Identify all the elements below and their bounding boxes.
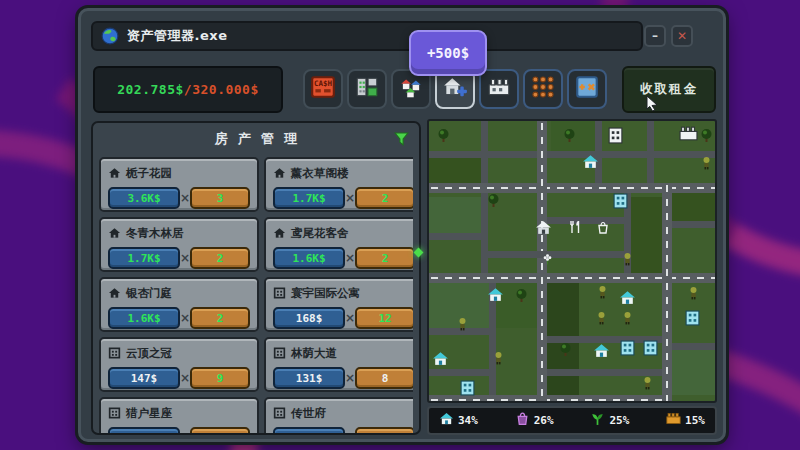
collect-rent-button[interactable]: 收取租金 bbox=[622, 66, 716, 113]
multiply-sign: × bbox=[180, 431, 190, 433]
price-button[interactable]: 1.7K$ bbox=[273, 187, 345, 209]
zone-stats-bar: 34%26%25%15% bbox=[427, 406, 717, 435]
price-button[interactable]: 168$ bbox=[273, 307, 345, 329]
property-name: 云顶之冠 bbox=[126, 346, 172, 361]
quantity-button[interactable]: 3 bbox=[190, 187, 250, 209]
zone-stat: 25% bbox=[590, 411, 629, 430]
property-card[interactable]: 传世府104$×6 bbox=[264, 397, 413, 433]
quantity-button[interactable]: 6 bbox=[190, 427, 250, 433]
property-card-list: 栀子花园3.6K$×3薰衣草阁楼1.7K$×2冬青木林居1.7K$×2鸢尾花客舍… bbox=[99, 157, 413, 433]
title-bar[interactable]: 资产管理器.exe bbox=[91, 21, 643, 51]
minimize-button[interactable]: – bbox=[644, 25, 666, 47]
map-tree-icon bbox=[555, 339, 575, 359]
building-icon bbox=[273, 344, 286, 363]
map-road bbox=[662, 183, 672, 403]
property-card[interactable]: 云顶之冠147$×9 bbox=[99, 337, 259, 392]
map-villager-icon bbox=[488, 348, 508, 368]
property-name-row: 薰衣草阁楼 bbox=[273, 164, 413, 183]
building-icon bbox=[108, 344, 121, 363]
property-card[interactable]: 林荫大道131$×8 bbox=[264, 337, 413, 392]
property-name: 银杏门庭 bbox=[126, 286, 172, 301]
property-buttons-row: 3.6K$×3 bbox=[108, 187, 250, 209]
quantity-button[interactable]: 2 bbox=[190, 247, 250, 269]
toolbar-supply-grid-button[interactable] bbox=[523, 69, 563, 109]
price-button[interactable]: 147$ bbox=[108, 367, 180, 389]
toolbar-city-buildings-button[interactable] bbox=[347, 69, 387, 109]
map-villager-icon bbox=[592, 282, 612, 302]
property-card[interactable]: 冬青木林居1.7K$×2 bbox=[99, 217, 259, 272]
toolbar-cash-register-button[interactable]: CA$H bbox=[303, 69, 343, 109]
property-card[interactable]: 鸢尾花客舍1.6K$×2 bbox=[264, 217, 413, 272]
quantity-button[interactable]: 6 bbox=[355, 427, 413, 433]
map-parcel bbox=[429, 155, 481, 183]
map-road bbox=[547, 151, 717, 158]
window-title: 资产管理器.exe bbox=[127, 27, 227, 45]
city-map[interactable] bbox=[427, 119, 717, 403]
price-button[interactable]: 1.7K$ bbox=[108, 247, 180, 269]
zone-stat-value: 25% bbox=[609, 414, 629, 427]
quantity-button[interactable]: 8 bbox=[355, 367, 413, 389]
multiply-sign: × bbox=[345, 431, 355, 433]
property-card[interactable]: 栀子花园3.6K$×3 bbox=[99, 157, 259, 212]
building-icon bbox=[108, 404, 121, 423]
map-building-white-icon bbox=[605, 125, 625, 145]
property-name-row: 栀子花园 bbox=[108, 164, 250, 183]
zone-stat: 15% bbox=[666, 411, 705, 430]
add-house-icon bbox=[442, 74, 468, 104]
property-name-row: 冬青木林居 bbox=[108, 224, 250, 243]
quantity-button[interactable]: 2 bbox=[190, 307, 250, 329]
filter-button[interactable] bbox=[391, 129, 411, 149]
map-house-white-icon bbox=[533, 217, 553, 237]
price-button[interactable]: 130$ bbox=[108, 427, 180, 433]
game-screen: { "window": { "title": "资产管理器.exe" }, "t… bbox=[0, 0, 800, 450]
property-card[interactable]: 猎户星座130$×6 bbox=[99, 397, 259, 433]
zone-stat-value: 34% bbox=[458, 414, 478, 427]
toolbar-trade-sell-button[interactable] bbox=[567, 69, 607, 109]
quantity-button[interactable]: 2 bbox=[355, 247, 413, 269]
price-button[interactable]: 131$ bbox=[273, 367, 345, 389]
price-button[interactable]: 1.6K$ bbox=[273, 247, 345, 269]
multiply-sign: × bbox=[345, 191, 355, 205]
map-factory-icon bbox=[678, 123, 698, 143]
property-name-row: 寰宇国际公寓 bbox=[273, 284, 413, 303]
property-name-row: 云顶之冠 bbox=[108, 344, 250, 363]
map-house-teal-icon bbox=[591, 340, 611, 360]
price-button[interactable]: 104$ bbox=[273, 427, 345, 433]
price-button[interactable]: 1.6K$ bbox=[108, 307, 180, 329]
multiply-sign: × bbox=[345, 371, 355, 385]
property-card[interactable]: 寰宇国际公寓168$×12 bbox=[264, 277, 413, 332]
map-road bbox=[672, 343, 717, 350]
map-parcel bbox=[429, 197, 481, 233]
map-parcel bbox=[672, 350, 717, 395]
property-card[interactable]: 薰衣草阁楼1.7K$×2 bbox=[264, 157, 413, 212]
map-tree-icon bbox=[511, 285, 531, 305]
property-buttons-row: 1.6K$×2 bbox=[273, 247, 413, 269]
close-button[interactable]: ✕ bbox=[671, 25, 693, 47]
toolbar-factory-button[interactable] bbox=[479, 69, 519, 109]
property-buttons-row: 147$×9 bbox=[108, 367, 250, 389]
map-house-teal-icon bbox=[580, 151, 600, 171]
quantity-button[interactable]: 2 bbox=[355, 187, 413, 209]
property-card[interactable]: 银杏门庭1.6K$×2 bbox=[99, 277, 259, 332]
map-tree-icon bbox=[433, 125, 453, 145]
map-road bbox=[429, 273, 717, 283]
property-buttons-row: 1.7K$×2 bbox=[108, 247, 250, 269]
house-icon bbox=[108, 284, 121, 303]
quantity-button[interactable]: 12 bbox=[355, 307, 413, 329]
property-buttons-row: 168$×12 bbox=[273, 307, 413, 329]
map-villager-icon bbox=[617, 249, 637, 269]
price-button[interactable]: 3.6K$ bbox=[108, 187, 180, 209]
property-name-row: 猎户星座 bbox=[108, 404, 250, 423]
map-road bbox=[429, 151, 537, 158]
property-name-row: 林荫大道 bbox=[273, 344, 413, 363]
multiply-sign: × bbox=[180, 191, 190, 205]
map-tree-icon bbox=[483, 190, 503, 210]
quantity-button[interactable]: 9 bbox=[190, 367, 250, 389]
property-name: 冬青木林居 bbox=[126, 226, 184, 241]
map-road bbox=[429, 233, 481, 240]
property-buttons-row: 130$×6 bbox=[108, 427, 250, 433]
plant-icon bbox=[590, 411, 605, 430]
trade-sell-icon bbox=[574, 74, 600, 104]
map-tree-icon bbox=[696, 125, 716, 145]
building-icon bbox=[273, 404, 286, 423]
